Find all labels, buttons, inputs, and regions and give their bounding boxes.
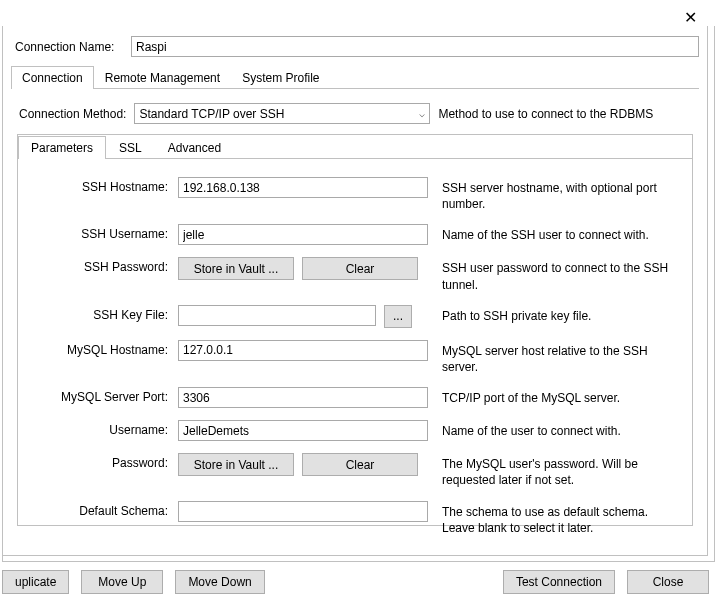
dialog-body: Connection Name: Connection Remote Manag… (2, 26, 715, 562)
password-label: Password: (28, 453, 178, 470)
connection-name-input[interactable] (131, 36, 699, 57)
move-down-button[interactable]: Move Down (175, 570, 264, 594)
connection-method-label: Connection Method: (17, 107, 126, 121)
tab-content-connection: Connection Method: Standard TCP/IP over … (11, 89, 699, 532)
ssh-password-store-button[interactable]: Store in Vault ... (178, 257, 294, 280)
mysql-hostname-row: MySQL Hostname: MySQL server host relati… (28, 340, 682, 375)
tab-system-profile[interactable]: System Profile (231, 66, 330, 89)
default-schema-row: Default Schema: The schema to use as def… (28, 501, 682, 536)
close-button[interactable]: Close (627, 570, 709, 594)
mysql-hostname-hint: MySQL server host relative to the SSH se… (428, 340, 682, 375)
password-clear-button[interactable]: Clear (302, 453, 418, 476)
ssh-keyfile-row: SSH Key File: ... Path to SSH private ke… (28, 305, 682, 328)
mysql-port-row: MySQL Server Port: TCP/IP port of the My… (28, 387, 682, 408)
parameters-panel: SSH Hostname: SSH server hostname, with … (18, 159, 692, 556)
ssh-hostname-label: SSH Hostname: (28, 177, 178, 194)
ssh-username-input[interactable] (178, 224, 428, 245)
ssh-keyfile-hint: Path to SSH private key file. (428, 305, 682, 324)
ssh-password-hint: SSH user password to connect to the SSH … (428, 257, 682, 292)
chevron-down-icon: ⌵ (419, 108, 425, 119)
username-label: Username: (28, 420, 178, 437)
ssh-keyfile-label: SSH Key File: (28, 305, 178, 322)
connection-method-select[interactable]: Standard TCP/IP over SSH ⌵ (134, 103, 430, 124)
connection-name-label: Connection Name: (11, 40, 131, 54)
mysql-port-hint: TCP/IP port of the MySQL server. (428, 387, 682, 406)
mysql-hostname-label: MySQL Hostname: (28, 340, 178, 357)
mysql-hostname-input[interactable] (178, 340, 428, 361)
ssh-hostname-input[interactable] (178, 177, 428, 198)
mysql-port-label: MySQL Server Port: (28, 387, 178, 404)
connection-method-value: Standard TCP/IP over SSH (139, 107, 284, 121)
ssh-hostname-hint: SSH server hostname, with optional port … (428, 177, 682, 212)
move-up-button[interactable]: Move Up (81, 570, 163, 594)
main-tabs: Connection Remote Management System Prof… (11, 65, 699, 89)
password-hint: The MySQL user's password. Will be reque… (428, 453, 682, 488)
connection-name-row: Connection Name: (11, 36, 699, 57)
password-store-button[interactable]: Store in Vault ... (178, 453, 294, 476)
tab-remote-management[interactable]: Remote Management (94, 66, 231, 89)
username-input[interactable] (178, 420, 428, 441)
ssh-keyfile-browse-button[interactable]: ... (384, 305, 412, 328)
default-schema-input[interactable] (178, 501, 428, 522)
password-row: Password: Store in Vault ... Clear The M… (28, 453, 682, 488)
mysql-port-input[interactable] (178, 387, 428, 408)
ssh-username-label: SSH Username: (28, 224, 178, 241)
default-schema-label: Default Schema: (28, 501, 178, 518)
default-schema-hint: The schema to use as default schema. Lea… (428, 501, 682, 536)
tab-parameters[interactable]: Parameters (18, 136, 106, 159)
ssh-hostname-row: SSH Hostname: SSH server hostname, with … (28, 177, 682, 212)
connection-method-hint: Method to use to connect to the RDBMS (438, 107, 653, 121)
ssh-password-label: SSH Password: (28, 257, 178, 274)
duplicate-button[interactable]: uplicate (2, 570, 69, 594)
parameters-frame: Parameters SSL Advanced SSH Hostname: SS… (17, 134, 693, 526)
tab-advanced[interactable]: Advanced (155, 136, 234, 159)
username-row: Username: Name of the user to connect wi… (28, 420, 682, 441)
test-connection-button[interactable]: Test Connection (503, 570, 615, 594)
sub-tabs: Parameters SSL Advanced (18, 135, 692, 159)
connection-method-row: Connection Method: Standard TCP/IP over … (17, 103, 693, 124)
ssh-username-row: SSH Username: Name of the SSH user to co… (28, 224, 682, 245)
username-hint: Name of the user to connect with. (428, 420, 682, 439)
tab-connection[interactable]: Connection (11, 66, 94, 89)
ssh-keyfile-input[interactable] (178, 305, 376, 326)
ssh-password-clear-button[interactable]: Clear (302, 257, 418, 280)
ssh-password-row: SSH Password: Store in Vault ... Clear S… (28, 257, 682, 292)
tab-ssl[interactable]: SSL (106, 136, 155, 159)
ssh-username-hint: Name of the SSH user to connect with. (428, 224, 682, 243)
footer-buttons: uplicate Move Up Move Down Test Connecti… (2, 570, 715, 594)
